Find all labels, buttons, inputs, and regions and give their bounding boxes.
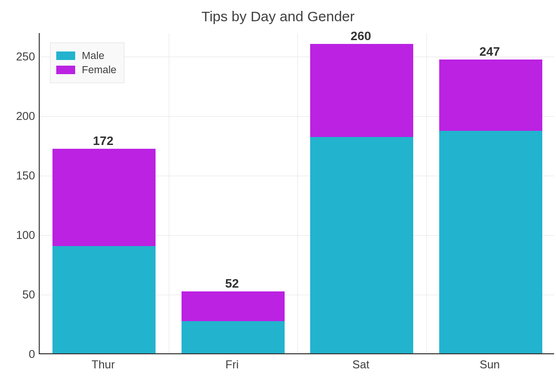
bar-total-label: 172 [93, 134, 113, 148]
bar-group [310, 32, 413, 353]
bar-total-label: 52 [225, 276, 239, 291]
bar-male[interactable] [439, 131, 542, 353]
x-tick-label: Sun [479, 358, 500, 371]
legend-swatch-female [56, 66, 75, 74]
y-tick-label: 150 [16, 169, 35, 182]
bar-group [182, 32, 285, 353]
gridline-v [297, 33, 298, 353]
y-tick-label: 0 [29, 348, 35, 361]
chart-title: Tips by Day and Gender [201, 9, 355, 25]
legend: Male Female [50, 43, 124, 83]
chart-container: Tips by Day and Gender Male Female 05010… [0, 0, 556, 392]
gridline-h [40, 354, 554, 355]
gridline-v [426, 33, 427, 353]
bar-male[interactable] [52, 246, 156, 353]
legend-item-male: Male [56, 50, 116, 62]
y-tick-label: 200 [16, 110, 35, 123]
y-tick-label: 100 [16, 229, 35, 242]
bar-total-label: 247 [479, 44, 500, 59]
y-tick-label: 50 [22, 288, 35, 301]
x-tick-label: Sat [352, 358, 369, 371]
legend-swatch-male [56, 51, 75, 60]
x-tick-label: Fri [226, 358, 239, 371]
legend-label-male: Male [82, 50, 104, 62]
bar-female[interactable] [439, 60, 542, 131]
bar-male[interactable] [310, 137, 413, 353]
bar-female[interactable] [182, 291, 285, 321]
bar-total-label: 260 [351, 29, 371, 43]
x-tick-label: Thur [92, 358, 115, 371]
legend-label-female: Female [82, 64, 116, 76]
gridline-v [169, 33, 169, 353]
y-tick-label: 250 [16, 50, 35, 63]
bar-group [439, 32, 542, 353]
legend-item-female: Female [56, 64, 116, 76]
bar-female[interactable] [52, 149, 156, 247]
bar-female[interactable] [310, 44, 413, 136]
bar-male[interactable] [182, 321, 285, 353]
